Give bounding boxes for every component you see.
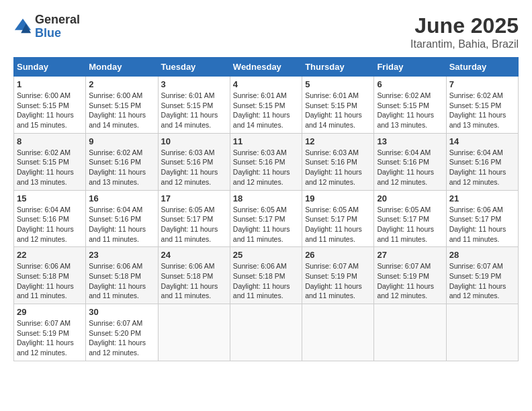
daylight-label: Daylight: <box>89 225 118 233</box>
day-info: Sunrise: 6:04 AMSunset: 5:16 PMDaylight:… <box>377 148 443 187</box>
daylight-label: Daylight: <box>305 225 335 233</box>
daylight-label: Daylight: <box>17 338 46 347</box>
calendar-day-cell <box>446 304 518 361</box>
calendar-day-cell: 9 Sunrise: 6:02 AMSunset: 5:16 PMDayligh… <box>86 133 158 190</box>
day-info: Sunrise: 6:00 AMSunset: 5:15 PMDaylight:… <box>17 91 83 130</box>
day-number: 15 <box>17 193 83 203</box>
daylight-label: Daylight: <box>377 111 406 119</box>
calendar-day-cell: 2 Sunrise: 6:00 AMSunset: 5:15 PMDayligh… <box>86 77 158 134</box>
header: General Blue June 2025 Itarantim, Bahia,… <box>13 13 519 50</box>
calendar-week-row: 1 Sunrise: 6:00 AMSunset: 5:15 PMDayligh… <box>14 77 519 134</box>
day-number: 26 <box>305 250 371 260</box>
logo-blue-text: Blue <box>35 27 80 40</box>
calendar-day-cell <box>230 304 302 361</box>
daylight-label: Daylight: <box>17 168 46 176</box>
day-number: 23 <box>89 250 154 260</box>
calendar-day-cell: 4 Sunrise: 6:01 AMSunset: 5:15 PMDayligh… <box>230 77 302 134</box>
day-number: 1 <box>17 79 83 89</box>
day-number: 24 <box>161 250 227 260</box>
daylight-label: Daylight: <box>233 111 263 119</box>
calendar-day-cell: 12 Sunrise: 6:03 AMSunset: 5:16 PMDaylig… <box>302 133 374 190</box>
day-number: 25 <box>233 250 299 260</box>
day-number: 11 <box>233 136 299 146</box>
daylight-label: Daylight: <box>449 168 479 176</box>
day-number: 13 <box>377 136 443 146</box>
daylight-label: Daylight: <box>449 111 479 119</box>
day-number: 8 <box>17 136 83 146</box>
day-number: 7 <box>449 79 515 89</box>
day-info: Sunrise: 6:02 AMSunset: 5:15 PMDaylight:… <box>17 148 83 187</box>
day-info: Sunrise: 6:06 AMSunset: 5:18 PMDaylight:… <box>89 261 154 301</box>
calendar-week-row: 8 Sunrise: 6:02 AMSunset: 5:15 PMDayligh… <box>14 133 519 190</box>
calendar-day-cell: 8 Sunrise: 6:02 AMSunset: 5:15 PMDayligh… <box>14 133 86 190</box>
calendar-header-row: SundayMondayTuesdayWednesdayThursdayFrid… <box>14 58 519 77</box>
day-info: Sunrise: 6:02 AMSunset: 5:15 PMDaylight:… <box>377 91 443 130</box>
calendar-day-cell: 15 Sunrise: 6:04 AMSunset: 5:16 PMDaylig… <box>14 190 86 247</box>
calendar-day-cell: 6 Sunrise: 6:02 AMSunset: 5:15 PMDayligh… <box>374 77 446 134</box>
daylight-label: Daylight: <box>89 338 118 347</box>
calendar-day-cell: 3 Sunrise: 6:01 AMSunset: 5:15 PMDayligh… <box>158 77 230 134</box>
daylight-label: Daylight: <box>161 282 191 290</box>
calendar-header-cell: Wednesday <box>230 58 302 77</box>
calendar-week-row: 29 Sunrise: 6:07 AMSunset: 5:19 PMDaylig… <box>14 304 519 361</box>
daylight-label: Daylight: <box>377 168 406 176</box>
calendar-header-cell: Sunday <box>14 58 86 77</box>
day-info: Sunrise: 6:03 AMSunset: 5:16 PMDaylight:… <box>161 148 227 187</box>
day-info: Sunrise: 6:05 AMSunset: 5:17 PMDaylight:… <box>305 205 371 244</box>
day-number: 3 <box>161 79 227 89</box>
daylight-label: Daylight: <box>89 111 118 119</box>
day-info: Sunrise: 6:05 AMSunset: 5:17 PMDaylight:… <box>161 205 227 244</box>
calendar-day-cell: 11 Sunrise: 6:03 AMSunset: 5:16 PMDaylig… <box>230 133 302 190</box>
day-number: 22 <box>17 250 83 260</box>
calendar-day-cell: 18 Sunrise: 6:05 AMSunset: 5:17 PMDaylig… <box>230 190 302 247</box>
calendar-day-cell: 20 Sunrise: 6:05 AMSunset: 5:17 PMDaylig… <box>374 190 446 247</box>
daylight-label: Daylight: <box>17 111 46 119</box>
logo: General Blue <box>13 13 80 40</box>
day-info: Sunrise: 6:03 AMSunset: 5:16 PMDaylight:… <box>305 148 371 187</box>
day-number: 28 <box>449 250 515 260</box>
daylight-label: Daylight: <box>305 282 335 290</box>
day-info: Sunrise: 6:04 AMSunset: 5:16 PMDaylight:… <box>449 148 515 187</box>
day-number: 9 <box>89 136 154 146</box>
logo-icon <box>13 17 32 36</box>
daylight-label: Daylight: <box>89 168 118 176</box>
svg-marker-0 <box>15 19 31 30</box>
day-number: 27 <box>377 250 443 260</box>
day-number: 20 <box>377 193 443 203</box>
day-number: 12 <box>305 136 371 146</box>
daylight-label: Daylight: <box>305 168 335 176</box>
calendar-header-cell: Monday <box>86 58 158 77</box>
daylight-label: Daylight: <box>305 111 335 119</box>
daylight-label: Daylight: <box>377 225 406 233</box>
day-number: 10 <box>161 136 227 146</box>
calendar-day-cell: 22 Sunrise: 6:06 AMSunset: 5:18 PMDaylig… <box>14 247 86 304</box>
day-info: Sunrise: 6:04 AMSunset: 5:16 PMDaylight:… <box>17 205 83 244</box>
day-info: Sunrise: 6:06 AMSunset: 5:17 PMDaylight:… <box>449 205 515 244</box>
day-number: 21 <box>449 193 515 203</box>
day-info: Sunrise: 6:07 AMSunset: 5:19 PMDaylight:… <box>449 261 515 301</box>
day-info: Sunrise: 6:07 AMSunset: 5:19 PMDaylight:… <box>305 261 371 301</box>
day-number: 30 <box>89 307 154 317</box>
day-number: 6 <box>377 79 443 89</box>
day-number: 2 <box>89 79 154 89</box>
calendar-subtitle: Itarantim, Bahia, Brazil <box>410 38 519 50</box>
daylight-label: Daylight: <box>17 225 46 233</box>
day-info: Sunrise: 6:04 AMSunset: 5:16 PMDaylight:… <box>89 205 154 244</box>
day-info: Sunrise: 6:06 AMSunset: 5:18 PMDaylight:… <box>233 261 299 301</box>
calendar-day-cell: 23 Sunrise: 6:06 AMSunset: 5:18 PMDaylig… <box>86 247 158 304</box>
day-info: Sunrise: 6:03 AMSunset: 5:16 PMDaylight:… <box>233 148 299 187</box>
calendar-header: SundayMondayTuesdayWednesdayThursdayFrid… <box>14 58 519 77</box>
calendar-day-cell: 19 Sunrise: 6:05 AMSunset: 5:17 PMDaylig… <box>302 190 374 247</box>
calendar-day-cell: 29 Sunrise: 6:07 AMSunset: 5:19 PMDaylig… <box>14 304 86 361</box>
day-number: 29 <box>17 307 83 317</box>
day-info: Sunrise: 6:07 AMSunset: 5:20 PMDaylight:… <box>89 318 154 358</box>
daylight-label: Daylight: <box>161 111 191 119</box>
daylight-label: Daylight: <box>161 225 191 233</box>
calendar-day-cell: 25 Sunrise: 6:06 AMSunset: 5:18 PMDaylig… <box>230 247 302 304</box>
calendar-body: 1 Sunrise: 6:00 AMSunset: 5:15 PMDayligh… <box>14 77 519 361</box>
calendar-day-cell: 17 Sunrise: 6:05 AMSunset: 5:17 PMDaylig… <box>158 190 230 247</box>
day-info: Sunrise: 6:00 AMSunset: 5:15 PMDaylight:… <box>89 91 154 130</box>
daylight-label: Daylight: <box>17 282 46 290</box>
day-info: Sunrise: 6:01 AMSunset: 5:15 PMDaylight:… <box>233 91 299 130</box>
calendar-header-cell: Tuesday <box>158 58 230 77</box>
